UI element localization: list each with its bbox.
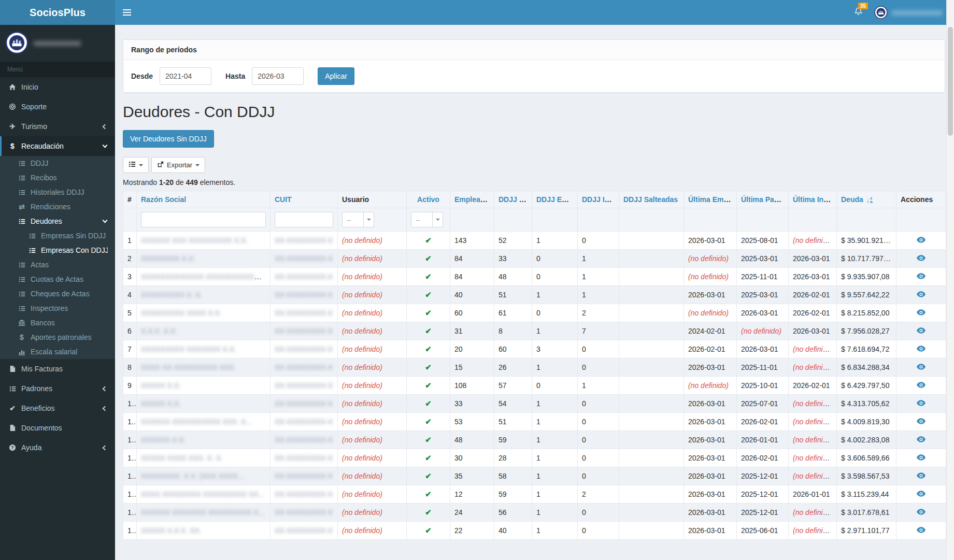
filter-cell-ddjj-iniciales	[578, 208, 619, 232]
view-button[interactable]	[917, 509, 925, 515]
view-button[interactable]	[917, 309, 925, 315]
scrollbar-thumb[interactable]	[948, 27, 953, 136]
view-button[interactable]	[917, 382, 925, 388]
sort-link-ltima-pagada[interactable]: Última Pagada	[741, 195, 789, 204]
sort-link-ddjj-totales[interactable]: DDJJ Totales	[499, 195, 532, 204]
sidebar-item-empresas-con-ddjj[interactable]: Empresas Con DDJJ	[0, 243, 115, 257]
ultima-inicial-cell: (no definido)	[789, 358, 837, 377]
brand-logo[interactable]: SociosPlus	[0, 0, 115, 25]
sort-link-ltima-inicial[interactable]: Última Inicial	[793, 195, 837, 204]
sidebar-item-label: Mis Facturas	[21, 365, 108, 373]
view-button[interactable]	[917, 364, 925, 370]
sidebar-item-inicio[interactable]: Inicio	[0, 77, 115, 97]
sidebar-item-beneficios[interactable]: ✔Beneficios	[0, 398, 115, 418]
sidebar-item-ayuda[interactable]: ?Ayuda	[0, 438, 115, 457]
ddjj-emitidas-cell: 1	[532, 413, 578, 431]
sidebar-item-bancos[interactable]: Bancos	[0, 315, 115, 330]
view-button[interactable]	[917, 400, 925, 406]
ddjj-totales-cell: 61	[494, 304, 532, 322]
sidebar-item-rendiciones[interactable]: ⇄Rendiciones	[0, 199, 115, 214]
view-button[interactable]	[917, 527, 925, 533]
sidebar-item-soporte[interactable]: Soporte	[0, 97, 115, 117]
sort-link-deuda[interactable]: Deuda	[841, 195, 863, 204]
ultima-inicial-value: (no definido)	[793, 508, 833, 516]
sidebar-item-documentos[interactable]: Documentos	[0, 418, 115, 438]
sidebar-item-label: Bancos	[31, 319, 108, 327]
sidebar-item-turismo[interactable]: ✈Turismo	[0, 117, 115, 136]
view-button[interactable]	[917, 418, 925, 424]
view-button[interactable]	[917, 472, 925, 479]
view-button[interactable]	[917, 255, 925, 261]
sidebar-item-aportes-patronales[interactable]: $Aportes patronales	[0, 330, 115, 344]
ultima-pagada-cell: 2025-07-01	[737, 395, 789, 413]
col-header-cuit: CUIT	[270, 191, 338, 208]
ddjj-iniciales-cell: 1	[578, 377, 619, 395]
filter-select-usuario[interactable]: --	[342, 212, 374, 227]
view-button[interactable]	[917, 327, 925, 334]
sidebar-item-deudores[interactable]: Deudores	[0, 214, 115, 228]
sort-link-ddjj-iniciales[interactable]: DDJJ Iniciales	[582, 195, 619, 204]
sidebar-item-mis-facturas[interactable]: Mis Facturas	[0, 359, 115, 379]
ddjj-salteadas-cell	[619, 340, 684, 358]
ultima-emitida-value: 2026-03-01	[688, 472, 725, 480]
sidebar-item-actas[interactable]: Actas	[0, 257, 115, 272]
company-name-redacted: XXXX XXXXXXXX XXXXXXXXX XX...	[141, 490, 264, 498]
table-row: 6X.X.X. X.X.XX-XXXXXXXX-X(no definido)✔3…	[123, 322, 946, 340]
ultima-emitida-value: 2026-03-01	[688, 236, 725, 245]
acciones-cell	[896, 504, 946, 522]
filter-input-cuit[interactable]	[275, 212, 333, 227]
view-button[interactable]	[917, 237, 925, 243]
company-name-redacted: XXXXXX X.X.	[141, 436, 186, 444]
sort-link-ltima-emitida[interactable]: Última Emitida	[688, 195, 737, 204]
ultima-emitida-value: 2024-02-01	[688, 327, 725, 335]
sidebar-item-recaudaci-n[interactable]: $Recaudación	[0, 136, 115, 156]
sidebar-item-empresas-sin-ddjj[interactable]: Empresas Sin DDJJ	[0, 228, 115, 243]
apply-button[interactable]: Aplicar	[318, 67, 354, 85]
view-button[interactable]	[917, 346, 925, 352]
filter-select-activo[interactable]: --	[411, 212, 443, 227]
sidebar-item-padrones[interactable]: Padrones	[0, 379, 115, 398]
sidebar: xxxxxxxxxxxxx Menú InicioSoporte✈Turismo…	[0, 25, 115, 560]
usuario-cell: (no definido)	[338, 377, 407, 395]
notifications-button[interactable]: 35	[848, 0, 869, 25]
sidebar-item-cheques-de-actas[interactable]: Cheques de Actas	[0, 286, 115, 301]
cuit-redacted: XX-XXXXXXXX-X	[275, 399, 333, 408]
sort-link-ddjj-salteadas[interactable]: DDJJ Salteadas	[623, 195, 678, 204]
ultima-pagada-cell: 2025-12-01	[737, 504, 789, 522]
sort-link-cuit[interactable]: CUIT	[275, 195, 292, 204]
sidebar-item-cuotas-de-actas[interactable]: Cuotas de Actas	[0, 272, 115, 286]
desde-input[interactable]	[160, 67, 211, 85]
sort-link-activo[interactable]: Activo	[417, 195, 439, 204]
sidebar-item-escala-salarial[interactable]: Escala salarial	[0, 344, 115, 359]
list-icon	[17, 291, 27, 297]
sidebar-item-ddjj[interactable]: DDJJ	[0, 156, 115, 170]
sort-link-raz-n-social[interactable]: Razón Social	[141, 195, 186, 204]
sidebar-toggle-button[interactable]	[115, 0, 139, 25]
filter-input-raz-n-social[interactable]	[141, 212, 266, 227]
sidebar-item-historiales-ddjj[interactable]: Historiales DDJJ	[0, 185, 115, 199]
view-button[interactable]	[917, 291, 925, 297]
view-button[interactable]	[917, 491, 925, 497]
ultima-pagada-cell: 2025-03-01	[737, 250, 789, 268]
columns-dropdown-button[interactable]	[123, 157, 149, 173]
user-name: xxxxxxxxxxxxxx	[892, 8, 943, 17]
sidebar-item-inspectores[interactable]: Inspectores	[0, 301, 115, 315]
eye-icon	[917, 436, 925, 442]
hasta-input[interactable]	[252, 67, 304, 85]
view-button[interactable]	[917, 273, 925, 279]
sidebar-item-recibos[interactable]: Recibos	[0, 170, 115, 185]
check-icon: ✔	[425, 272, 432, 281]
user-menu-button[interactable]: xxxxxxxxxxxxxx	[869, 0, 954, 25]
sort-link-ddjj-emitidas[interactable]: DDJJ Emitidas	[536, 195, 578, 204]
sort-link-empleados[interactable]: Empleados	[454, 195, 493, 204]
ultima-emitida-cell: 2026-03-01	[684, 504, 737, 522]
vertical-scrollbar[interactable]	[946, 0, 954, 560]
view-button[interactable]	[917, 454, 925, 461]
export-dropdown-button[interactable]: Exportar	[151, 157, 205, 173]
company-name-cell: XXXXXXXX X.X.	[137, 250, 270, 268]
col-header-activo: Activo	[407, 191, 450, 208]
chevron-down-icon	[103, 143, 108, 148]
ultima-emitida-value: (no definido)	[688, 254, 729, 263]
view-debtors-without-ddjj-button[interactable]: Ver Deudores Sin DDJJ	[123, 130, 214, 148]
view-button[interactable]	[917, 436, 925, 442]
